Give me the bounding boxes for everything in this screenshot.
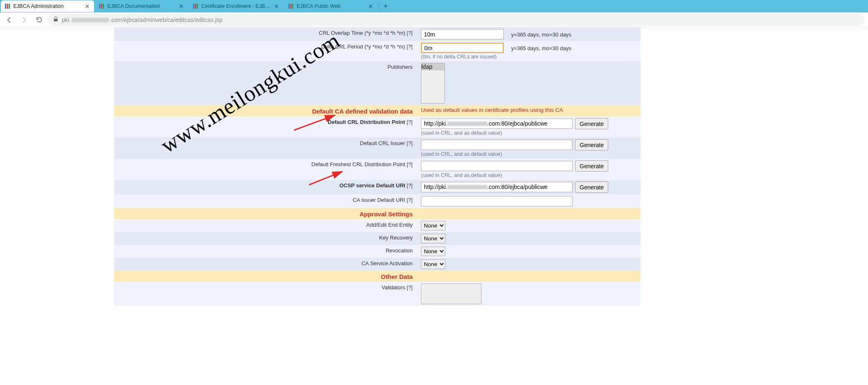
ca-issuer-uri-label: CA issuer Default URI	[353, 197, 405, 203]
ocsp-uri-input[interactable]	[421, 182, 573, 192]
svg-rect-0	[5, 4, 6, 9]
browser-toolbar: pki..com/ejbca/adminweb/ca/editcas/editc…	[0, 12, 868, 27]
cdp-subhint: (used in CRL, and as default value)	[421, 130, 636, 136]
svg-rect-4	[101, 4, 102, 9]
help-icon[interactable]: [?]	[407, 182, 413, 189]
svg-rect-7	[195, 4, 196, 9]
help-icon[interactable]: [?]	[407, 161, 413, 167]
section-approval-title: Approval Settings	[360, 211, 413, 218]
help-icon[interactable]: [?]	[407, 140, 413, 146]
validators-label: Validators	[382, 284, 405, 291]
ca-issuer-uri-input[interactable]	[421, 196, 573, 206]
address-bar[interactable]: pki..com/ejbca/adminweb/ca/editcas/editc…	[48, 14, 865, 26]
approval-add-edit-select[interactable]: None	[421, 221, 445, 230]
tab-title: Certificate Enrollment - EJBCA	[201, 3, 271, 9]
crl-issuer-input[interactable]	[421, 140, 573, 150]
delta-crl-input[interactable]	[421, 43, 504, 53]
browser-tab[interactable]: Certificate Enrollment - EJBCA ✕	[189, 0, 283, 12]
browser-tab[interactable]: EJBCA Documentation ✕	[95, 0, 188, 12]
publishers-label: Publishers	[387, 64, 413, 70]
delta-crl-subhint: (0m, if no delta CRLs are issued)	[421, 54, 636, 60]
back-button[interactable]	[3, 14, 15, 26]
help-icon[interactable]: [?]	[407, 284, 413, 291]
ocsp-uri-generate-button[interactable]: Generate	[575, 182, 608, 193]
freshest-cdp-input[interactable]	[421, 161, 573, 171]
new-tab-button[interactable]: +	[380, 1, 391, 12]
freshest-cdp-generate-button[interactable]: Generate	[575, 160, 608, 172]
crl-issuer-generate-button[interactable]: Generate	[575, 139, 608, 150]
crl-overlap-input[interactable]	[421, 29, 504, 39]
favicon-icon	[193, 4, 198, 9]
help-icon[interactable]: [?]	[407, 30, 413, 36]
approval-key-recovery-select[interactable]: None	[421, 234, 445, 243]
browser-tab-strip: EJBCA Administration ✕ EJBCA Documentati…	[0, 0, 868, 12]
approval-key-recovery-label: Key Recovery	[379, 235, 413, 241]
svg-rect-12	[54, 19, 58, 21]
svg-rect-5	[103, 4, 104, 9]
help-icon[interactable]: [?]	[407, 44, 413, 50]
help-icon[interactable]: [?]	[407, 119, 413, 125]
crl-overlap-label: CRL Overlap Time (*y *mo *d *h *m)	[319, 30, 405, 36]
svg-rect-3	[99, 4, 100, 9]
crl-issuer-label: Default CRL Issuer	[360, 140, 405, 146]
forward-button[interactable]	[18, 14, 30, 26]
approval-activation-select[interactable]: None	[421, 259, 445, 269]
validators-select[interactable]	[421, 283, 481, 304]
tab-title: EJBCA Documentation	[107, 3, 176, 9]
crl-overlap-hint: y=365 days, mo=30 days	[511, 31, 571, 38]
tab-separator	[378, 2, 379, 10]
ca-settings-form: CRL Overlap Time (*y *mo *d *h *m) [?] y…	[114, 27, 641, 306]
cdp-input[interactable]	[421, 119, 573, 129]
reload-button[interactable]	[33, 14, 45, 26]
crl-issuer-subhint: (used in CRL, and as default value)	[421, 151, 636, 157]
svg-rect-8	[197, 4, 198, 9]
svg-rect-9	[288, 4, 290, 9]
tab-close-icon[interactable]: ✕	[84, 3, 90, 9]
delta-crl-label: Delta CRL Period (*y *mo *d *h *m)	[321, 44, 405, 50]
tab-close-icon[interactable]: ✕	[178, 3, 184, 9]
svg-rect-10	[290, 4, 292, 9]
svg-rect-2	[9, 4, 10, 9]
favicon-icon	[99, 4, 104, 9]
section-other-title: Other Data	[381, 273, 413, 280]
lock-icon	[53, 17, 58, 23]
help-icon[interactable]: [?]	[407, 197, 413, 203]
browser-tab[interactable]: EJBCA Public Web ✕	[284, 0, 377, 12]
url-text: pki..com/ejbca/adminweb/ca/editcas/editc…	[62, 17, 222, 23]
freshest-cdp-label: Default Freshest CRL Distribution Point	[312, 161, 405, 167]
tab-title: EJBCA Administration	[13, 3, 82, 9]
cdp-label: Default CRL Distribution Point	[328, 119, 405, 125]
ocsp-uri-label: OCSP service Default URI	[339, 182, 405, 189]
svg-rect-6	[193, 4, 194, 9]
favicon-icon	[5, 4, 10, 9]
approval-add-edit-label: Add/Edit End Entity	[366, 222, 413, 228]
approval-revocation-select[interactable]: None	[421, 247, 445, 256]
favicon-icon	[288, 4, 293, 9]
delta-crl-hint: y=365 days, mo=30 days	[511, 45, 571, 51]
approval-activation-label: CA Service Activation	[361, 260, 413, 266]
svg-rect-11	[292, 4, 293, 9]
cdp-generate-button[interactable]: Generate	[575, 118, 608, 129]
section-validation-title: Default CA defined validation data	[312, 108, 413, 115]
redacted-host	[72, 18, 109, 22]
publishers-select[interactable]: ldap	[421, 63, 445, 104]
page-content: CRL Overlap Time (*y *mo *d *h *m) [?] y…	[0, 27, 868, 306]
tab-close-icon[interactable]: ✕	[273, 3, 279, 9]
tab-title: EJBCA Public Web	[297, 3, 365, 9]
browser-tab-active[interactable]: EJBCA Administration ✕	[1, 0, 94, 12]
tab-close-icon[interactable]: ✕	[368, 3, 373, 9]
freshest-cdp-subhint: (used in CRL, and as default value)	[421, 172, 636, 178]
approval-revocation-label: Revocation	[386, 247, 413, 254]
publisher-option[interactable]: ldap	[421, 63, 445, 70]
section-validation-note: Used as default values in certificate pr…	[421, 107, 563, 113]
svg-rect-1	[7, 4, 8, 9]
